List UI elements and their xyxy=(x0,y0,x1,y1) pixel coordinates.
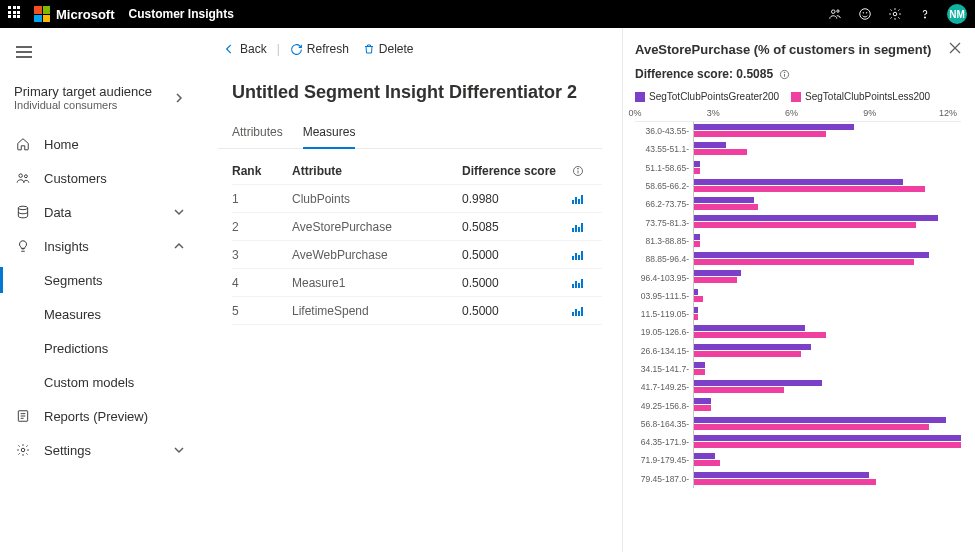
nav-settings[interactable]: Settings xyxy=(0,433,198,467)
close-icon[interactable] xyxy=(949,42,961,54)
chart-row: 81.3-88.85- xyxy=(635,232,961,250)
tab-attributes[interactable]: Attributes xyxy=(232,119,283,148)
diff-label: Difference score: 0.5085 xyxy=(635,67,773,81)
microsoft-logo xyxy=(34,6,50,22)
back-arrow-icon xyxy=(222,42,236,56)
chevron-up-icon xyxy=(174,241,184,251)
y-label: 81.3-88.85- xyxy=(635,236,693,246)
cell-rank: 5 xyxy=(232,304,292,318)
bar-series-b xyxy=(694,460,720,466)
command-bar: Back | Refresh Delete xyxy=(218,34,602,64)
help-icon[interactable] xyxy=(917,6,933,22)
bar-series-a xyxy=(694,307,698,313)
svg-rect-24 xyxy=(581,195,583,204)
nav-insights[interactable]: Insights xyxy=(0,229,198,263)
tab-measures[interactable]: Measures xyxy=(303,119,356,149)
gear-icon[interactable] xyxy=(887,6,903,22)
legend-item-b: SegTotalClubPointsLess200 xyxy=(791,91,930,102)
nav-measures[interactable]: Measures xyxy=(0,297,198,331)
bar-series-b xyxy=(694,277,737,283)
nav-label: Home xyxy=(44,137,79,152)
svg-rect-22 xyxy=(575,197,577,204)
nav-predictions[interactable]: Predictions xyxy=(0,331,198,365)
axis-tick: 12% xyxy=(939,108,957,118)
cell-attribute: AveStorePurchase xyxy=(292,220,462,234)
user-avatar[interactable]: NM xyxy=(947,4,967,24)
y-label: 41.7-149.25- xyxy=(635,382,693,392)
y-label: 26.6-134.15- xyxy=(635,346,693,356)
svg-point-6 xyxy=(925,17,926,18)
bar-series-b xyxy=(694,387,784,393)
nav-label: Data xyxy=(44,205,71,220)
spark-icon xyxy=(572,306,602,316)
reports-icon xyxy=(14,409,32,423)
people-icon[interactable] xyxy=(827,6,843,22)
svg-rect-28 xyxy=(581,223,583,232)
table-row[interactable]: 2AveStorePurchase0.5085 xyxy=(232,213,602,241)
bar-series-a xyxy=(694,124,854,130)
svg-point-4 xyxy=(866,13,867,14)
info-icon[interactable] xyxy=(572,165,602,177)
app-launcher-icon[interactable] xyxy=(8,6,24,22)
nav-customers[interactable]: Customers xyxy=(0,161,198,195)
audience-subtitle: Individual consumers xyxy=(14,99,152,111)
y-label: 43.55-51.1- xyxy=(635,144,693,154)
cell-rank: 3 xyxy=(232,248,292,262)
cell-score: 0.5085 xyxy=(462,220,572,234)
refresh-label: Refresh xyxy=(307,42,349,56)
spark-icon xyxy=(572,278,602,288)
nav-custom-models[interactable]: Custom models xyxy=(0,365,198,399)
col-rank: Rank xyxy=(232,164,292,178)
svg-point-20 xyxy=(578,168,579,169)
bar-series-b xyxy=(694,351,801,357)
nav-reports[interactable]: Reports (Preview) xyxy=(0,399,198,433)
chart-row: 26.6-134.15- xyxy=(635,342,961,360)
table-row[interactable]: 3AveWebPurchase0.5000 xyxy=(232,241,602,269)
svg-rect-31 xyxy=(578,255,580,260)
table-row[interactable]: 1ClubPoints0.9980 xyxy=(232,185,602,213)
chart-row: 64.35-171.9- xyxy=(635,433,961,451)
nav-data[interactable]: Data xyxy=(0,195,198,229)
axis-tick: 6% xyxy=(785,108,798,118)
cell-attribute: AveWebPurchase xyxy=(292,248,462,262)
chart-row: 34.15-141.7- xyxy=(635,360,961,378)
nav-label: Segments xyxy=(44,273,103,288)
chart-row: 73.75-81.3- xyxy=(635,213,961,231)
chart-row: 66.2-73.75- xyxy=(635,195,961,213)
y-label: 58.65-66.2- xyxy=(635,181,693,191)
cell-score: 0.5000 xyxy=(462,304,572,318)
audience-selector[interactable]: Primary target audience Individual consu… xyxy=(0,84,198,121)
refresh-button[interactable]: Refresh xyxy=(286,40,353,58)
svg-rect-37 xyxy=(572,312,574,316)
nav-label: Insights xyxy=(44,239,89,254)
y-label: 73.75-81.3- xyxy=(635,218,693,228)
bar-series-a xyxy=(694,380,822,386)
chart-row: 96.4-103.95- xyxy=(635,268,961,286)
svg-rect-34 xyxy=(575,281,577,288)
smile-icon[interactable] xyxy=(857,6,873,22)
bar-series-a xyxy=(694,453,715,459)
nav-home[interactable]: Home xyxy=(0,127,198,161)
hamburger-icon[interactable] xyxy=(8,36,40,68)
delete-button[interactable]: Delete xyxy=(359,40,418,58)
bar-series-b xyxy=(694,424,929,430)
svg-rect-27 xyxy=(578,227,580,232)
table-row[interactable]: 4Measure10.5000 xyxy=(232,269,602,297)
bar-series-a xyxy=(694,289,698,295)
table-row[interactable]: 5LifetimeSpend0.5000 xyxy=(232,297,602,325)
legend-item-a: SegTotClubPointsGreater200 xyxy=(635,91,779,102)
nav-label: Customers xyxy=(44,171,107,186)
svg-point-11 xyxy=(24,175,27,178)
info-icon[interactable] xyxy=(779,69,790,80)
svg-rect-39 xyxy=(578,311,580,316)
back-button[interactable]: Back xyxy=(218,40,271,58)
svg-point-1 xyxy=(837,10,839,12)
svg-rect-40 xyxy=(581,307,583,316)
nav-segments[interactable]: Segments xyxy=(0,263,198,297)
chart-row: 56.8-164.35- xyxy=(635,415,961,433)
chart-legend: SegTotClubPointsGreater200 SegTotalClubP… xyxy=(635,91,961,102)
svg-point-45 xyxy=(784,72,785,73)
bar-series-b xyxy=(694,405,711,411)
cell-score: 0.5000 xyxy=(462,248,572,262)
measures-table: Rank Attribute Difference score 1ClubPoi… xyxy=(218,157,602,325)
